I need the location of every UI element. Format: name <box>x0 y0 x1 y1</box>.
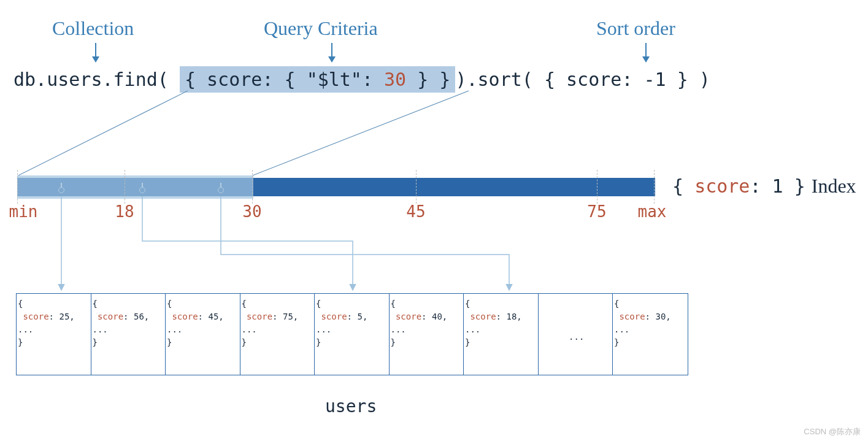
document-cell: { score: 25,...} <box>17 294 91 375</box>
documents-row: { score: 25,...}{ score: 56,...}{ score:… <box>16 293 688 375</box>
tick-line <box>416 170 417 204</box>
document-cell: { score: 5,...} <box>315 294 390 375</box>
doc-brace-open: { <box>93 297 164 310</box>
doc-brace-open: { <box>242 297 313 310</box>
doc-brace-close: } <box>18 336 90 349</box>
index-pin <box>218 187 224 193</box>
document-cell: ... <box>539 294 613 375</box>
doc-dots-line: ... <box>391 323 463 336</box>
doc-brace-close: } <box>391 336 463 349</box>
query-prefix: db.users.find( <box>13 69 180 90</box>
doc-brace-open: { <box>614 297 686 310</box>
arrow-down-icon <box>95 43 96 61</box>
doc-brace-open: { <box>465 297 537 310</box>
tick-line <box>125 170 125 204</box>
watermark: CSDN @陈亦康 <box>804 426 861 437</box>
doc-dots-line: ... <box>18 323 90 336</box>
doc-brace-open: { <box>167 297 239 310</box>
svg-line-1 <box>253 91 469 175</box>
tick-75: 75 <box>587 202 606 221</box>
doc-brace-close: } <box>465 336 537 349</box>
document-cell: { score: 75,...} <box>240 294 315 375</box>
doc-score-line: score: 5, <box>316 310 388 323</box>
doc-brace-close: } <box>167 336 239 349</box>
doc-dots-line: ... <box>614 323 686 336</box>
document-cell: { score: 40,...} <box>390 294 464 375</box>
tick-30: 30 <box>242 202 261 221</box>
collection-name-label: users <box>325 396 377 416</box>
document-cell: { score: 56,...} <box>91 294 166 375</box>
doc-score-line: score: 56, <box>93 310 164 323</box>
query-criteria-highlight: { score: { "$lt": 30 } } <box>180 66 456 93</box>
doc-brace-open: { <box>316 297 388 310</box>
label-collection: Collection <box>52 17 134 40</box>
tick-18: 18 <box>115 202 134 221</box>
doc-dots-line: ... <box>167 323 239 336</box>
tick-line <box>654 170 655 204</box>
query-expression: db.users.find( { score: { "$lt": 30 } } … <box>13 66 710 93</box>
tick-45: 45 <box>406 202 425 221</box>
doc-brace-open: { <box>391 297 463 310</box>
doc-score-line: score: 30, <box>614 310 686 323</box>
document-cell: { score: 30,...} <box>613 294 688 375</box>
doc-brace-close: } <box>93 336 164 349</box>
document-cell: { score: 18,...} <box>464 294 539 375</box>
doc-dots-line: ... <box>316 323 388 336</box>
doc-score-line: score: 75, <box>242 310 313 323</box>
svg-line-0 <box>18 91 188 175</box>
document-cell: { score: 45,...} <box>166 294 240 375</box>
doc-score-line: score: 25, <box>18 310 90 323</box>
doc-brace-close: } <box>316 336 388 349</box>
doc-score-line: score: 40, <box>391 310 463 323</box>
doc-score-line: score: 18, <box>465 310 537 323</box>
tick-max: max <box>638 202 667 221</box>
tick-line <box>252 170 253 204</box>
doc-brace-close: } <box>614 336 686 349</box>
index-bar: min 18 30 45 75 max <box>17 178 655 196</box>
index-pin <box>139 187 145 193</box>
doc-score-line: score: 45, <box>167 310 239 323</box>
doc-brace-close: } <box>242 336 313 349</box>
tick-line <box>17 170 18 204</box>
index-bar-selection <box>17 175 253 199</box>
label-criteria: Query Criteria <box>264 17 378 40</box>
doc-ellipsis: ... <box>540 331 614 343</box>
tick-line <box>597 170 597 204</box>
index-pin <box>58 187 64 193</box>
label-sort: Sort order <box>596 17 675 40</box>
doc-dots-line: ... <box>242 323 313 336</box>
index-definition: { score: 1 }Index <box>672 175 856 197</box>
doc-brace-open: { <box>18 297 90 310</box>
doc-dots-line: ... <box>93 323 164 336</box>
arrow-down-icon <box>645 43 647 61</box>
doc-dots-line: ... <box>465 323 537 336</box>
tick-min: min <box>9 202 38 221</box>
arrow-down-icon <box>331 43 332 61</box>
